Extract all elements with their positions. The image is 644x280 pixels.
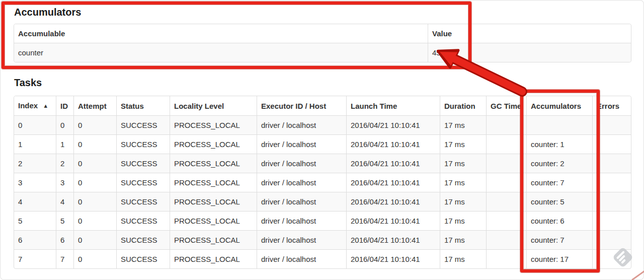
- cell-errors: [592, 249, 631, 268]
- cell-status: SUCCESS: [116, 230, 170, 249]
- cell-gc-time: [486, 230, 526, 249]
- cell-index: 5: [14, 211, 56, 230]
- cell-attempt: 0: [73, 154, 116, 173]
- cell-errors: [592, 173, 631, 192]
- table-row: 660SUCCESSPROCESS_LOCALdriver / localhos…: [14, 230, 631, 249]
- col-header-status[interactable]: Status: [116, 96, 170, 115]
- cell-index: 3: [14, 173, 56, 192]
- cell-executor-id-host: driver / localhost: [257, 115, 346, 134]
- cell-executor-id-host: driver / localhost: [257, 192, 346, 211]
- cell-executor-id-host: driver / localhost: [257, 173, 346, 192]
- cell-status: SUCCESS: [116, 134, 170, 154]
- cell-attempt: 0: [73, 211, 116, 230]
- table-row: counter45: [14, 43, 631, 62]
- cell-id: 2: [56, 154, 73, 173]
- col-header-attempt[interactable]: Attempt: [73, 96, 116, 115]
- cell-executor-id-host: driver / localhost: [257, 134, 346, 154]
- cell-gc-time: [486, 134, 526, 154]
- header-row: AccumulableValue: [14, 24, 631, 43]
- cell-errors: [592, 134, 631, 154]
- accumulators-table-head: AccumulableValue: [14, 24, 631, 43]
- cell-index: 6: [14, 230, 56, 249]
- cell-id: 6: [56, 230, 73, 249]
- cell-status: SUCCESS: [116, 192, 170, 211]
- cell-errors: [592, 211, 631, 230]
- cell-locality-level: PROCESS_LOCAL: [170, 134, 257, 154]
- cell-duration: 17 ms: [440, 230, 486, 249]
- cell-launch-time: 2016/04/21 10:10:41: [346, 230, 440, 249]
- cell-launch-time: 2016/04/21 10:10:41: [346, 154, 440, 173]
- table-row: 770SUCCESSPROCESS_LOCALdriver / localhos…: [14, 249, 631, 268]
- tasks-table-body: 000SUCCESSPROCESS_LOCALdriver / localhos…: [14, 115, 631, 268]
- cell-launch-time: 2016/04/21 10:10:41: [346, 211, 440, 230]
- cell-status: SUCCESS: [116, 115, 170, 134]
- cell-id: 3: [56, 173, 73, 192]
- cell-accumulable: counter: [14, 43, 428, 62]
- cell-accumulators: counter: 7: [526, 173, 592, 192]
- cell-locality-level: PROCESS_LOCAL: [170, 115, 257, 134]
- cell-index: 0: [14, 115, 56, 134]
- spark-ui-page: Accumulators AccumulableValue counter45 …: [0, 0, 644, 280]
- cell-duration: 17 ms: [440, 134, 486, 154]
- col-header-errors[interactable]: Errors: [592, 96, 631, 115]
- cell-id: 0: [56, 115, 73, 134]
- col-header-accumulable: Accumulable: [14, 24, 428, 43]
- cell-launch-time: 2016/04/21 10:10:41: [346, 134, 440, 154]
- cell-gc-time: [486, 173, 526, 192]
- cell-id: 5: [56, 211, 73, 230]
- col-header-executor-id-host[interactable]: Executor ID / Host: [257, 96, 346, 115]
- cell-launch-time: 2016/04/21 10:10:41: [346, 192, 440, 211]
- cell-index: 7: [14, 249, 56, 268]
- col-header-index[interactable]: Index▲: [14, 96, 56, 115]
- tasks-table-head: Index▲IDAttemptStatusLocality LevelExecu…: [14, 96, 631, 115]
- table-row: 110SUCCESSPROCESS_LOCALdriver / localhos…: [14, 134, 631, 154]
- accumulators-table: AccumulableValue counter45: [14, 24, 631, 62]
- cell-index: 2: [14, 154, 56, 173]
- sort-ascending-icon: ▲: [43, 103, 48, 109]
- cell-id: 4: [56, 192, 73, 211]
- cell-duration: 17 ms: [440, 249, 486, 268]
- cell-duration: 17 ms: [440, 173, 486, 192]
- col-header-launch-time[interactable]: Launch Time: [346, 96, 440, 115]
- table-row: 330SUCCESSPROCESS_LOCALdriver / localhos…: [14, 173, 631, 192]
- cell-accumulators: counter: 7: [526, 230, 592, 249]
- cell-errors: [592, 154, 631, 173]
- accumulators-table-body: counter45: [14, 43, 631, 62]
- tasks-table: Index▲IDAttemptStatusLocality LevelExecu…: [14, 96, 631, 269]
- cell-locality-level: PROCESS_LOCAL: [170, 249, 257, 268]
- cell-accumulators: counter: 5: [526, 192, 592, 211]
- cell-launch-time: 2016/04/21 10:10:41: [346, 115, 440, 134]
- cell-errors: [592, 192, 631, 211]
- table-row: 550SUCCESSPROCESS_LOCALdriver / localhos…: [14, 211, 631, 230]
- cell-executor-id-host: driver / localhost: [257, 211, 346, 230]
- cell-gc-time: [486, 115, 526, 134]
- cell-duration: 17 ms: [440, 192, 486, 211]
- cell-duration: 17 ms: [440, 154, 486, 173]
- cell-accumulators: counter: 6: [526, 211, 592, 230]
- cell-status: SUCCESS: [116, 211, 170, 230]
- cell-locality-level: PROCESS_LOCAL: [170, 173, 257, 192]
- col-header-duration[interactable]: Duration: [440, 96, 486, 115]
- col-header-gc-time[interactable]: GC Time: [486, 96, 526, 115]
- cell-duration: 17 ms: [440, 211, 486, 230]
- table-row: 000SUCCESSPROCESS_LOCALdriver / localhos…: [14, 115, 631, 134]
- cell-attempt: 0: [73, 134, 116, 154]
- cell-gc-time: [486, 249, 526, 268]
- col-header-id[interactable]: ID: [56, 96, 73, 115]
- col-header-locality-level[interactable]: Locality Level: [170, 96, 257, 115]
- cell-accumulators: counter: 1: [526, 134, 592, 154]
- cell-duration: 17 ms: [440, 115, 486, 134]
- cell-attempt: 0: [73, 115, 116, 134]
- cell-gc-time: [486, 211, 526, 230]
- table-row: 440SUCCESSPROCESS_LOCALdriver / localhos…: [14, 192, 631, 211]
- cell-errors: [592, 115, 631, 134]
- cell-attempt: 0: [73, 192, 116, 211]
- cell-id: 1: [56, 134, 73, 154]
- col-header-accumulators[interactable]: Accumulators: [526, 96, 592, 115]
- corner-scribble-mark: [632, 270, 644, 280]
- cell-attempt: 0: [73, 230, 116, 249]
- cell-gc-time: [486, 154, 526, 173]
- cell-executor-id-host: driver / localhost: [257, 230, 346, 249]
- cell-executor-id-host: driver / localhost: [257, 154, 346, 173]
- col-header-value: Value: [428, 24, 631, 43]
